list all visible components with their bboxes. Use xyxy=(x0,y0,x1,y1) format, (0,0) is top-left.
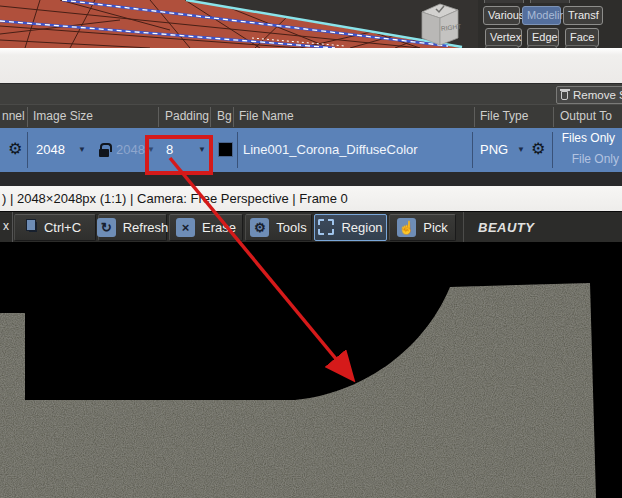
panel-spacer xyxy=(0,48,622,83)
region-label: Region xyxy=(341,220,382,235)
render-element-label: BEAUTY xyxy=(478,220,534,235)
button-various[interactable]: Various xyxy=(483,6,520,25)
file-type-value[interactable]: PNG xyxy=(480,142,508,157)
copy-label: Ctrl+C xyxy=(44,220,81,235)
output-to-header-value: Files Only xyxy=(553,131,615,145)
col-channel[interactable]: nnel xyxy=(2,109,25,123)
region-icon xyxy=(318,219,334,235)
refresh-button[interactable]: ↻ Refresh xyxy=(98,214,167,241)
divider xyxy=(27,107,28,127)
remove-selected-button[interactable]: Remove Se xyxy=(556,86,622,104)
tools-button[interactable]: ⚙ Tools xyxy=(245,214,312,241)
col-padding[interactable]: Padding xyxy=(165,109,209,123)
divider xyxy=(463,212,464,243)
lock-icon[interactable] xyxy=(99,149,109,157)
render-status-bar: ) | 2048×2048px (1:1) | Camera: Free Per… xyxy=(0,186,622,211)
divider xyxy=(553,107,554,127)
divider xyxy=(233,107,234,127)
button-transform[interactable]: Transf xyxy=(563,6,603,25)
channel-gear-icon[interactable]: ⚙ xyxy=(8,141,22,157)
copy-icon xyxy=(29,222,37,232)
button-modeling[interactable]: Modeling xyxy=(522,6,561,25)
erase-button[interactable]: × Erase xyxy=(169,214,243,241)
baked-shape xyxy=(0,242,622,498)
divider xyxy=(158,107,159,127)
bg-color-swatch[interactable] xyxy=(218,142,233,157)
render-toolbar: x Ctrl+C ↻ Refresh × Erase ⚙ Tools Regio… xyxy=(0,211,622,242)
col-file-type[interactable]: File Type xyxy=(480,109,528,123)
region-button[interactable]: Region xyxy=(314,214,387,241)
status-text: ) | 2048×2048px (1:1) | Camera: Free Per… xyxy=(2,191,348,206)
erase-icon: × xyxy=(176,218,195,237)
pick-label: Pick xyxy=(423,220,448,235)
bake-tool-window: RIGHT Various Modeling Transf Vertex Edg… xyxy=(0,0,622,498)
row-gap xyxy=(0,172,622,186)
chevron-down-icon[interactable]: ▼ xyxy=(517,145,525,154)
col-output-to[interactable]: Output To xyxy=(560,109,612,123)
divider xyxy=(237,132,238,168)
gear-icon: ⚙ xyxy=(250,218,269,237)
remove-selected-label: Remove Se xyxy=(573,89,622,101)
image-size-value[interactable]: 2048 xyxy=(36,142,65,157)
divider xyxy=(210,107,211,127)
refresh-icon: ↻ xyxy=(97,218,116,237)
refresh-label: Refresh xyxy=(123,220,169,235)
pick-button[interactable]: ☝ Pick xyxy=(389,214,456,241)
bake-table-header: nnel Image Size Padding Bg File Name Fil… xyxy=(0,104,622,128)
view-cube: RIGHT xyxy=(422,4,462,45)
actions-bar: Remove Se xyxy=(0,83,622,104)
viewport-3d[interactable]: RIGHT Various Modeling Transf Vertex Edg… xyxy=(0,0,622,48)
divider xyxy=(472,132,473,168)
copy-button[interactable]: Ctrl+C xyxy=(14,214,96,241)
baked-texture-preview[interactable] xyxy=(0,242,622,498)
divider xyxy=(27,132,28,168)
trash-icon xyxy=(561,91,568,100)
padding-highlight-box xyxy=(145,135,213,175)
file-settings-gear-icon[interactable]: ⚙ xyxy=(531,141,545,157)
output-to-value[interactable]: File Only xyxy=(553,152,619,166)
tools-label: Tools xyxy=(276,220,306,235)
file-name-value[interactable]: Line001_Corona_DiffuseColor xyxy=(243,142,418,157)
pick-icon: ☝ xyxy=(397,218,416,237)
viewport-mesh: RIGHT xyxy=(0,0,478,48)
locked-size-value: 2048 xyxy=(116,142,145,157)
col-image-size[interactable]: Image Size xyxy=(33,109,93,123)
divider xyxy=(474,107,475,127)
col-bg[interactable]: Bg xyxy=(217,109,232,123)
bake-table-row[interactable]: ⚙ 2048 ▼ 2048 ▼ 8 ▼ Line001_Corona_Diffu… xyxy=(0,128,622,172)
overflow-button-fragment[interactable]: x xyxy=(0,212,13,243)
viewport-side-panel: Various Modeling Transf Vertex Edge Face xyxy=(478,0,622,48)
chevron-down-icon[interactable]: ▼ xyxy=(78,145,86,154)
erase-label: Erase xyxy=(202,220,236,235)
col-file-name[interactable]: File Name xyxy=(239,109,294,123)
